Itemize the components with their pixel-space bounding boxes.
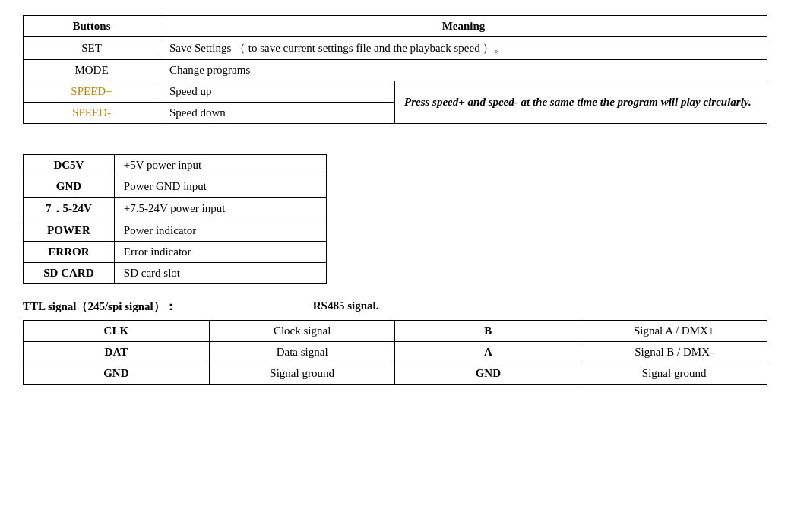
val-signal-a-dmx-plus: Signal A / DMX+ [581,321,767,342]
label-b: B [395,321,581,342]
meaning-mode: Change programs [160,60,767,81]
signal-table: CLK Clock signal B Signal A / DMX+ DAT D… [23,320,767,385]
button-speed-plus: SPEED+ [24,81,160,103]
label-dat: DAT [24,342,210,363]
val-signal-ground-rs485: Signal ground [581,363,767,385]
spacer1 [23,139,765,154]
meaning-speed-combined: Press speed+ and speed- at the same time… [395,81,767,124]
table-row: CLK Clock signal B Signal A / DMX+ [24,321,767,342]
label-7v5: 7．5-24V [24,198,115,220]
signal-section-header: TTL signal（245/spi signal）： RS485 signal… [23,299,765,314]
table-row: 7．5-24V +7.5-24V power input [24,198,327,220]
table-row: GND Signal ground GND Signal ground [24,363,767,385]
label-a: A [395,342,581,363]
val-clock-signal: Clock signal [209,321,395,342]
meaning-speed-minus: Speed down [160,103,395,124]
table-row: ERROR Error indicator [24,242,327,263]
meaning-speed-plus: Speed up [160,81,395,103]
label-gnd: GND [24,176,115,198]
ttl-signal-label: TTL signal（245/spi signal）： [23,299,176,314]
meaning-set: Save Settings （ to save current settings… [160,37,767,60]
label-gnd-rs485: GND [395,363,581,385]
rs485-signal-label: RS485 signal. [313,299,379,314]
desc-power: Power indicator [114,220,326,242]
table-row: POWER Power indicator [24,220,327,242]
buttons-table: Buttons Meaning SET Save Settings （ to s… [23,15,767,124]
val-data-signal: Data signal [209,342,395,363]
val-signal-b-dmx-minus: Signal B / DMX- [581,342,767,363]
table-row: SPEED+ Speed up Press speed+ and speed- … [24,81,767,103]
label-sdcard: SD CARD [24,263,115,284]
label-error: ERROR [24,242,115,263]
desc-7v5: +7.5-24V power input [114,198,326,220]
table-row: SET Save Settings （ to save current sett… [24,37,767,60]
col-header-meaning: Meaning [160,16,767,37]
table-row: DAT Data signal A Signal B / DMX- [24,342,767,363]
button-set: SET [24,37,160,60]
table-row: GND Power GND input [24,176,327,198]
desc-dc5v: +5V power input [114,155,326,176]
label-dc5v: DC5V [24,155,115,176]
label-power: POWER [24,220,115,242]
button-mode: MODE [24,60,160,81]
val-signal-ground-ttl: Signal ground [209,363,395,385]
table-row: MODE Change programs [24,60,767,81]
desc-gnd: Power GND input [114,176,326,198]
col-header-buttons: Buttons [24,16,160,37]
label-clk: CLK [24,321,210,342]
label-gnd-ttl: GND [24,363,210,385]
table-row: DC5V +5V power input [24,155,327,176]
button-speed-minus: SPEED- [24,103,160,124]
desc-sdcard: SD card slot [114,263,326,284]
desc-error: Error indicator [114,242,326,263]
power-table: DC5V +5V power input GND Power GND input… [23,154,327,284]
table-row: SD CARD SD card slot [24,263,327,284]
